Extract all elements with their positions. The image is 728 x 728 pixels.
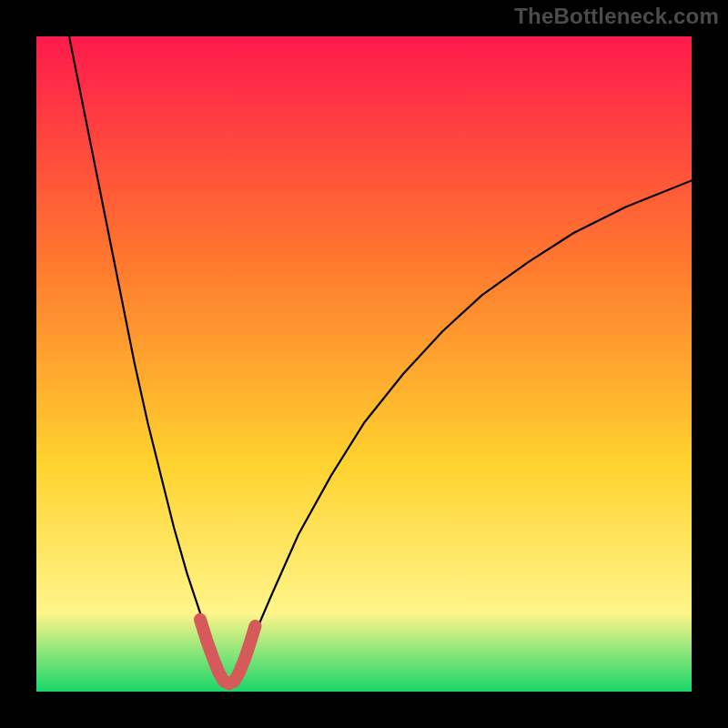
chart-plot-area	[36, 36, 692, 692]
watermark-text: TheBottleneck.com	[514, 4, 719, 29]
chart-svg	[36, 36, 692, 692]
outer-frame: TheBottleneck.com	[0, 0, 728, 728]
